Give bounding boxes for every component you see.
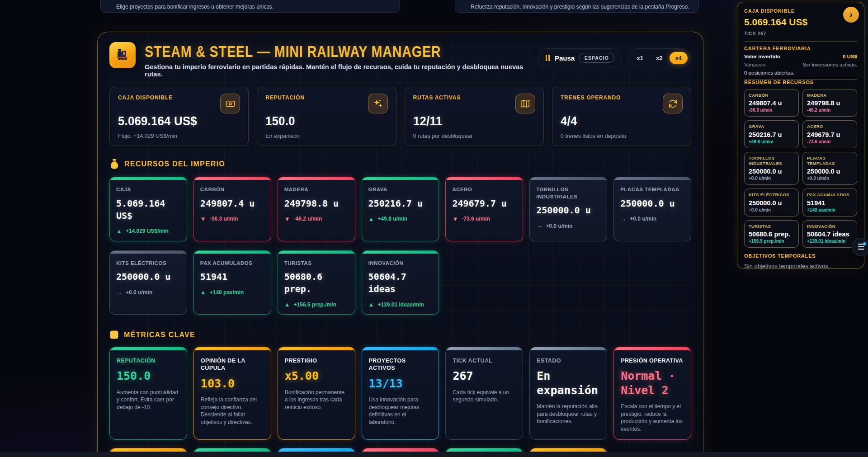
resource-card-acero: ACERO 249679.7 u ▼-73.6 u/min xyxy=(445,177,523,241)
resource-value: 50680.6 prep. xyxy=(284,271,349,295)
variation-label: Variación xyxy=(744,62,765,67)
page-title: STEAM & STEEL — MINI RAILWAY MANAGER xyxy=(145,43,441,61)
resource-label: PLACAS TEMPLADAS xyxy=(807,155,853,167)
resource-label: MADERA xyxy=(807,93,853,98)
resource-card-kits-electricos: KITS ELÉCTRICOS 250000.0 u →+0.0 u/min xyxy=(109,250,187,315)
card-accent-bar xyxy=(110,177,187,180)
resource-label: ACERO xyxy=(807,124,853,129)
resource-trend: ▼-46.2 u/min xyxy=(284,216,349,222)
pause-button[interactable]: Pausa ESPACIO xyxy=(538,48,622,67)
resource-trend: ▼-36.3 u/min xyxy=(200,216,264,222)
sidebar-tick: TICK 267 xyxy=(744,31,857,36)
resource-rate: +140 pax/min xyxy=(807,207,853,212)
resource-value: 250000.0 u xyxy=(536,204,600,217)
top-card-right-description: Refuerza reputación, innovación y presti… xyxy=(471,4,689,10)
variation-value: Sin inversiones activas. xyxy=(803,62,857,67)
resource-rate: +49.8 u/min xyxy=(749,139,794,144)
resource-trend: →+0.0 u/min xyxy=(536,222,600,229)
metric-description: Bonificación permanente a los ingresos t… xyxy=(285,389,348,411)
resource-rate: -73.6 u/min xyxy=(807,139,853,144)
resource-rate: +0.0 u/min xyxy=(807,176,853,181)
metric-label: ESTADO xyxy=(537,357,600,364)
card-accent-bar xyxy=(446,347,523,350)
metric-card-estado: ESTADO En expansión Mantén la reputación… xyxy=(529,347,607,440)
sidebar-resource-turistas: TURISTAS 50680.6 prep. +156.5 prep./min xyxy=(744,220,799,248)
resource-label: CAJA xyxy=(116,186,180,193)
objectives-empty-text: Sin objetivos temporales activos. xyxy=(744,263,857,269)
trend-down-icon: ▼ xyxy=(452,216,458,222)
metric-value: x5.00 xyxy=(285,369,348,383)
stat-value: 5.069.164 US$ xyxy=(118,114,197,129)
resource-card-madera: MADERA 249798.8 u ▼-46.2 u/min xyxy=(278,177,355,241)
invested-label: Valor invertido xyxy=(744,54,780,59)
card-accent-bar xyxy=(530,347,607,350)
resource-value: 249798.8 u xyxy=(284,198,349,210)
resource-value: 250000.0 u xyxy=(749,168,794,175)
resource-trend: →+0.0 u/min xyxy=(116,289,180,296)
game-header: STEAM & STEEL — MINI RAILWAY MANAGER Ges… xyxy=(109,42,691,78)
metric-value: Normal · Nivel 2 xyxy=(621,369,684,397)
speed-x2-button[interactable]: x2 xyxy=(650,52,668,64)
card-accent-bar xyxy=(110,251,187,254)
resource-rate: +156.5 prep./min xyxy=(749,239,794,244)
metric-description: Refleja la confianza del consejo directi… xyxy=(201,396,264,426)
card-accent-bar xyxy=(362,448,439,452)
resource-label: INNOVACIÓN xyxy=(368,260,433,267)
stat-card-reputacion: REPUTACIÓN 150.0 En expansión xyxy=(257,87,396,146)
stat-footer: 0 rutas por desbloquear xyxy=(413,133,535,139)
card-accent-bar xyxy=(446,448,523,452)
speed-x4-button[interactable]: x4 xyxy=(670,52,688,64)
metric-description: Usa innovación para desbloquear mejoras … xyxy=(369,396,432,426)
speed-selector: x1x2x4 xyxy=(627,48,691,67)
card-accent-bar xyxy=(362,177,439,180)
resource-value: 5.069.164 US$ xyxy=(116,198,180,222)
stat-footer: 0 trenes listos en depósito xyxy=(561,133,683,139)
resources-section-title: RECURSOS DEL IMPERIO xyxy=(124,160,225,168)
resources-summary-grid: CARBÓN 249807.4 u -36.3 u/min MADERA 249… xyxy=(744,89,857,248)
resource-label: GRAVA xyxy=(368,186,433,193)
objectives-list-button[interactable]: ☰ xyxy=(852,238,868,256)
metric-label: PRESTIGIO xyxy=(285,357,348,364)
speed-x1-button[interactable]: x1 xyxy=(631,52,649,64)
resource-card-caja: CAJA 5.069.164 US$ ▲+14.029 US$/min xyxy=(109,177,187,241)
resource-value: 250216.7 u xyxy=(749,131,794,138)
sidebar-resource-kits-electricos: KITS ELÉCTRICOS 250000.0 u +0.0 u/min xyxy=(744,188,799,216)
resource-label: KITS ELÉCTRICOS xyxy=(749,192,794,198)
stat-card-trenes-operando: TRENES OPERANDO 4/4 0 trenes listos en d… xyxy=(552,87,691,146)
resource-rate: +0.0 u/min xyxy=(749,176,794,181)
resource-trend: ▼-73.6 u/min xyxy=(452,216,516,222)
card-accent-bar xyxy=(530,177,607,180)
card-accent-bar xyxy=(362,251,439,254)
resource-card-grava: GRAVA 250216.7 u ▲+49.8 u/min xyxy=(362,177,439,241)
stat-card-caja-disponible: CAJA DISPONIBLE 5.069.164 US$ Flujo: +14… xyxy=(109,87,249,146)
trend-up-icon: ▲ xyxy=(200,289,206,296)
banknote-icon xyxy=(220,94,240,113)
train-logo-icon xyxy=(109,42,136,68)
resource-value: 50680.6 prep. xyxy=(749,231,794,238)
card-accent-bar xyxy=(614,347,691,350)
stat-card-rutas-activas: RUTAS ACTIVAS 12/11 0 rutas por desbloqu… xyxy=(405,87,544,146)
sidebar-resource-grava: GRAVA 250216.7 u +49.8 u/min xyxy=(744,120,799,148)
card-accent-bar xyxy=(110,448,187,452)
metric-label: PRESIÓN OPERATIVA xyxy=(621,357,684,364)
portfolio-title: CARTERA FERROVIARIA xyxy=(744,46,857,51)
sidebar-collapse-button[interactable]: › xyxy=(843,7,859,23)
top-card-left: Elige proyectos para bonificar ingresos … xyxy=(100,0,400,13)
resource-label: TORNILLOS INDUSTRIALES xyxy=(749,155,794,167)
resource-rate: -36.3 u/min xyxy=(749,108,794,113)
resource-value: 249679.7 u xyxy=(452,198,516,210)
resource-value: 249807.4 u xyxy=(749,99,794,107)
resource-value: 250000.0 u xyxy=(620,198,684,210)
metric-card-tick-actual: TICK ACTUAL 267 Cada tick equivale a un … xyxy=(445,347,523,440)
card-accent-bar xyxy=(194,251,271,254)
stat-footer: En expansión xyxy=(265,133,387,139)
sidebar-resource-pax-acumulados: PAX ACUMULADOS 51941 +140 pax/min xyxy=(802,188,857,216)
trend-up-icon: ▲ xyxy=(284,301,290,308)
resource-value: 249798.8 u xyxy=(807,99,853,107)
resource-value: 50604.7 ideas xyxy=(368,271,433,295)
metric-value: 103.0 xyxy=(201,377,264,391)
resource-card-innovacion: INNOVACIÓN 50604.7 ideas ▲+139.01 ideas/… xyxy=(362,250,439,315)
game-panel: STEAM & STEEL — MINI RAILWAY MANAGER Ges… xyxy=(97,32,703,457)
resource-label: MADERA xyxy=(284,186,349,193)
metric-value: 13/13 xyxy=(369,377,432,391)
